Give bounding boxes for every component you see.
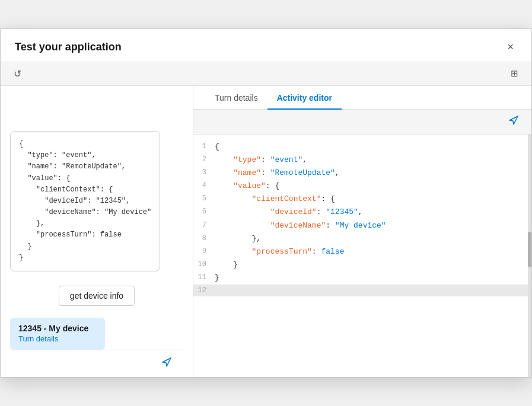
left-send-button[interactable]	[157, 355, 176, 372]
toolbar: ↺ ⊞	[1, 62, 531, 86]
code-line: 6 "deviceId": "12345",	[193, 206, 531, 219]
right-panel: Turn details Activity editor 1{2 "type":…	[193, 86, 531, 377]
line-number: 1	[193, 140, 215, 152]
tab-activity-editor[interactable]: Activity editor	[267, 86, 342, 110]
line-content: "deviceName": "My device"	[215, 219, 531, 232]
line-content: "value": {	[215, 180, 531, 193]
line-content: "type": "event",	[215, 154, 531, 167]
send-icon	[161, 356, 173, 368]
code-line: 1{	[193, 140, 531, 154]
editor-toolbar	[193, 110, 531, 135]
dialog: Test your application × ↺ ⊞ { "type": "e…	[0, 28, 532, 378]
line-content: }	[215, 258, 531, 271]
scrollbar-thumb	[528, 232, 531, 267]
line-content: "clientContext": {	[215, 193, 531, 206]
code-line: 7 "deviceName": "My device"	[193, 219, 531, 232]
line-number: 9	[193, 245, 215, 257]
dialog-title: Test your application	[15, 41, 122, 53]
expand-icon: ⊞	[511, 68, 518, 78]
code-line: 5 "clientContext": {	[193, 193, 531, 206]
left-panel: { "type": "event", "name": "RemoteUpdate…	[1, 86, 193, 377]
tab-turn-details[interactable]: Turn details	[205, 86, 267, 110]
turn-details-link[interactable]: Turn details	[18, 334, 58, 343]
expand-button[interactable]: ⊞	[507, 66, 522, 81]
line-number: 3	[193, 167, 215, 178]
line-content: },	[215, 232, 531, 245]
json-code: { "type": "event", "name": "RemoteUpdate…	[19, 140, 151, 262]
device-card: 12345 - My device Turn details	[10, 318, 105, 350]
toolbar-left: ↺	[10, 66, 25, 82]
code-line: 12	[193, 284, 531, 296]
line-number: 7	[193, 219, 215, 231]
line-number: 12	[193, 284, 215, 296]
code-line: 4 "value": {	[193, 180, 531, 193]
json-bubble: { "type": "event", "name": "RemoteUpdate…	[10, 131, 160, 271]
main-content: { "type": "event", "name": "RemoteUpdate…	[1, 86, 531, 377]
line-number: 5	[193, 193, 215, 204]
line-content: "deviceId": "12345",	[215, 206, 531, 219]
editor-send-button[interactable]	[504, 113, 523, 130]
line-number: 11	[193, 271, 215, 283]
line-content: "processTurn": false	[215, 245, 531, 258]
line-number: 8	[193, 232, 215, 244]
editor-send-icon	[508, 114, 520, 126]
line-content: "name": "RemoteUpdate",	[215, 167, 531, 180]
code-line: 9 "processTurn": false	[193, 245, 531, 258]
close-button[interactable]: ×	[504, 40, 517, 55]
get-device-info-button[interactable]: get device info	[59, 286, 135, 306]
editor-lines: 1{2 "type": "event",3 "name": "RemoteUpd…	[193, 140, 531, 296]
line-number: 6	[193, 206, 215, 218]
line-number: 10	[193, 258, 215, 270]
titlebar: Test your application ×	[1, 29, 531, 62]
tabs: Turn details Activity editor	[193, 86, 531, 110]
device-card-name: 12345 - My device	[18, 324, 97, 333]
code-line: 11}	[193, 271, 531, 284]
left-bottom: { "type": "event", "name": "RemoteUpdate…	[10, 95, 183, 377]
scrollbar	[528, 135, 531, 377]
code-line: 3 "name": "RemoteUpdate",	[193, 167, 531, 180]
left-send-bar	[10, 350, 183, 377]
code-line: 8 },	[193, 232, 531, 245]
refresh-button[interactable]: ↺	[10, 66, 25, 82]
code-line: 10 }	[193, 258, 531, 271]
line-number: 4	[193, 180, 215, 191]
code-editor[interactable]: 1{2 "type": "event",3 "name": "RemoteUpd…	[193, 135, 531, 377]
refresh-icon: ↺	[14, 69, 21, 79]
line-number: 2	[193, 154, 215, 165]
code-line: 2 "type": "event",	[193, 154, 531, 167]
line-content: {	[215, 140, 531, 154]
line-content: }	[215, 271, 531, 284]
